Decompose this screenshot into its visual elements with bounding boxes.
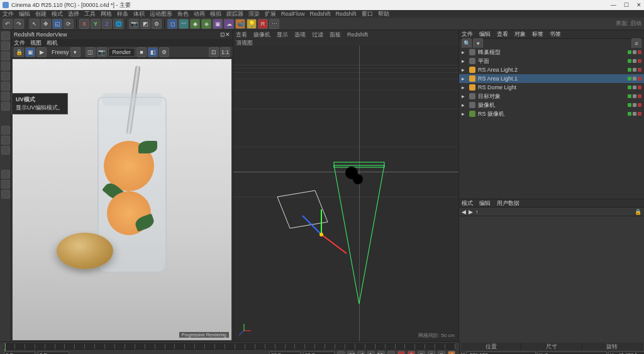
visibility-dot[interactable] [633,94,636,98]
light-icon[interactable] [353,174,363,184]
key-scale[interactable]: S [428,351,435,354]
menu-item[interactable]: 编辑 [19,10,30,18]
axis-world[interactable]: 🌐 [113,19,123,29]
key-pos[interactable]: P [418,351,425,354]
tool-bevel[interactable] [1,190,10,199]
render-button[interactable]: 📷 [129,19,139,29]
mode-object[interactable] [1,41,10,50]
menu-item[interactable]: Redshift [310,11,331,17]
panel-close[interactable]: ✕ [225,31,230,38]
menu-item[interactable]: 文件 [3,10,14,18]
visibility-dot[interactable] [628,94,631,98]
object-row[interactable]: ▸RS Dome Light [459,83,644,92]
rv-settings[interactable]: ⚙ [159,47,169,57]
om-tab[interactable]: 文件 [462,30,473,38]
mode-axis[interactable] [1,52,10,60]
prim-light[interactable]: 💡 [247,19,257,29]
axis-x[interactable]: X [79,19,89,29]
timeline-start[interactable] [4,351,35,354]
attr-tab[interactable]: 用户数据 [497,199,519,207]
om-tab[interactable]: 对象 [514,30,526,38]
close-button[interactable]: ✕ [636,2,641,8]
viewport-canvas[interactable] [233,46,458,341]
visibility-dot[interactable] [638,94,641,98]
rv-bucket[interactable]: ◫ [86,47,96,57]
snap-toggle[interactable] [1,126,10,135]
menu-item[interactable]: 样条 [117,10,128,18]
object-row[interactable]: ▸RS 摄像机 [459,109,644,118]
key-rot[interactable]: R [438,351,445,354]
rv-zoom-fit[interactable]: ⊡ [209,47,219,57]
attr-tab[interactable]: 模式 [462,199,473,207]
vp-menu-item[interactable]: 查看 [236,31,247,39]
vp-menu-item[interactable]: 显示 [277,31,288,39]
visibility-dot[interactable] [633,59,636,63]
tool-extrude[interactable] [1,180,10,189]
object-row[interactable]: ▸摄像机 [459,101,644,109]
prim-cube[interactable]: ◻ [167,19,177,29]
expand-icon[interactable]: ▸ [462,67,467,73]
expand-icon[interactable]: ▸ [462,49,467,55]
snap-settings[interactable] [1,136,10,145]
visibility-dot[interactable] [638,86,641,89]
menu-item[interactable]: 工具 [84,10,96,18]
tool-knife[interactable] [1,170,10,179]
menu-item[interactable]: RealFlow [281,11,305,17]
menu-item[interactable]: 选择 [68,10,79,18]
goto-start[interactable]: ⏮ [337,351,345,354]
minimize-button[interactable]: — [611,2,616,8]
step-back[interactable]: ◀◀ [347,351,355,354]
menu-item[interactable]: 模式 [52,10,63,18]
om-tab[interactable]: 标签 [532,30,543,38]
menu-item[interactable]: 动画 [194,10,205,18]
step-forward[interactable]: ▶▶ [377,351,385,354]
mode-workplane[interactable] [1,102,10,111]
visibility-dot[interactable] [628,59,631,63]
coord-field[interactable] [537,351,607,354]
menu-item[interactable]: Redshift [336,11,357,17]
expand-icon[interactable]: ▸ [462,75,467,82]
rv-snapshot[interactable]: 📷 [97,47,107,57]
visibility-dot[interactable] [633,112,636,116]
maximize-button[interactable]: ☐ [624,2,629,8]
visibility-dot[interactable] [633,103,636,107]
goto-end[interactable]: ⏭ [387,351,395,354]
visibility-dot[interactable] [628,112,631,116]
prim-env[interactable]: ☁ [224,19,234,29]
rv-menu-item[interactable]: 文件 [14,39,25,47]
mode-edge[interactable] [1,72,10,80]
menu-item[interactable]: 帮助 [378,10,389,18]
expand-icon[interactable]: ▸ [462,102,467,108]
render-settings[interactable]: ⚙ [152,19,162,29]
vp-menu-item[interactable]: 选项 [294,31,306,39]
mode-texture[interactable] [1,92,10,101]
om-tab[interactable]: 编辑 [479,30,491,38]
coord-field[interactable] [466,351,536,354]
rv-lock[interactable]: 🔒 [14,47,24,57]
attr-lock-icon[interactable]: 🔒 [635,209,641,215]
panel-undock[interactable]: ⊡ [220,31,225,38]
render-region[interactable]: ◩ [140,19,150,29]
timeline-end[interactable] [269,351,301,354]
visibility-dot[interactable] [633,86,636,89]
prim-field[interactable]: ◈ [201,19,211,29]
mode-poly[interactable] [1,82,10,91]
visibility-dot[interactable] [638,77,641,80]
coord-field[interactable] [608,351,644,354]
om-filter[interactable]: ▾ [473,38,483,48]
rv-aov[interactable]: ◧ [148,47,158,57]
attr-up[interactable]: ↑ [475,209,479,215]
om-tab[interactable]: 书签 [550,30,561,38]
prim-generator[interactable]: ◆ [190,19,200,29]
visibility-dot[interactable] [638,68,641,72]
redo-button[interactable]: ↷ [14,19,24,29]
object-row[interactable]: ▸平面 [459,57,644,65]
visibility-dot[interactable] [638,112,641,116]
visibility-dot[interactable] [628,77,631,80]
prim-deformer[interactable]: ▣ [213,19,223,29]
expand-icon[interactable]: ▸ [462,84,467,91]
prim-spline[interactable]: 〰 [179,19,189,29]
rv-render-dropdown[interactable]: Render [108,48,136,57]
quantize[interactable] [1,146,10,155]
object-row[interactable]: ▸目标对象 [459,92,644,101]
